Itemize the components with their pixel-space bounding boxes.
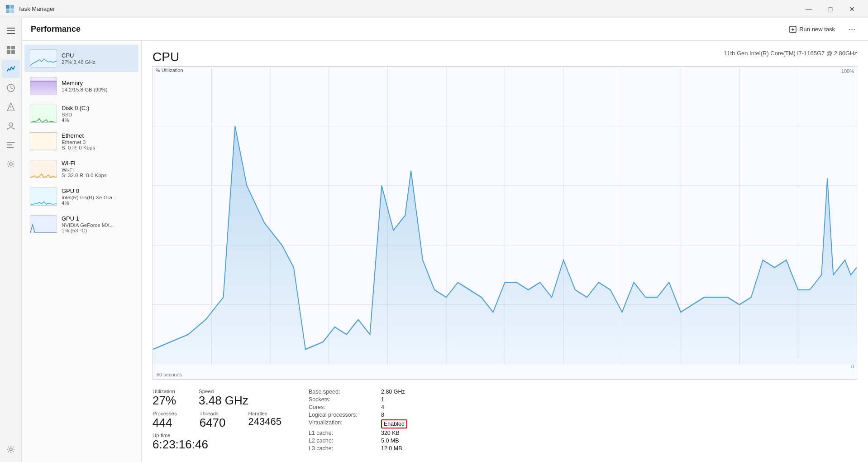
run-new-task-label: Run new task — [799, 26, 835, 33]
disk-thumb-chart — [30, 105, 57, 123]
gpu0-thumbnail — [30, 188, 57, 206]
memory-thumbnail — [30, 77, 57, 95]
ethernet-info: Ethernet Ethernet 3S: 0 R: 0 Kbps — [62, 132, 133, 150]
sidebar-nav-settings[interactable] — [2, 440, 20, 458]
stats-left: Utilization 27% Speed 3.48 GHz Processes — [153, 389, 281, 453]
minimize-button[interactable]: — — [798, 2, 819, 16]
disk-thumbnail — [30, 105, 57, 123]
main-panel: CPU 11th Gen Intel(R) Core(TM) i7-1165G7… — [142, 41, 868, 462]
stat-threads: Threads 6470 — [200, 411, 226, 429]
l1-value: 320 KB — [381, 430, 400, 436]
stat-handles: Handles 243465 — [248, 411, 281, 429]
window-title: Task Manager — [18, 5, 798, 12]
svg-line-13 — [11, 88, 13, 89]
base-speed-label: Base speed: — [309, 389, 381, 395]
logical-label: Logical processors: — [309, 412, 381, 418]
run-new-task-button[interactable]: Run new task — [785, 23, 839, 36]
threads-label: Threads — [200, 411, 226, 416]
handles-label: Handles — [248, 411, 281, 416]
stat-utilization: Utilization 27% — [153, 389, 176, 407]
base-speed-row: Base speed: 2.80 GHz — [309, 389, 857, 395]
svg-rect-19 — [7, 144, 12, 145]
processes-value: 444 — [153, 416, 177, 429]
sidebar-item-disk[interactable]: Disk 0 (C:) SSDSSD 4%4% — [24, 100, 138, 127]
l2-cache-row: L2 cache: 5.0 MB — [309, 438, 857, 444]
stat-speed: Speed 3.48 GHz — [199, 389, 248, 407]
close-button[interactable]: ✕ — [842, 2, 863, 16]
sidebar-nav-menu[interactable] — [2, 22, 20, 40]
stat-processes: Processes 444 — [153, 411, 177, 429]
handles-value: 243465 — [248, 416, 281, 427]
svg-rect-5 — [7, 30, 15, 31]
svg-rect-6 — [7, 33, 15, 34]
sidebar-item-ethernet[interactable]: Ethernet Ethernet 3S: 0 R: 0 Kbps — [24, 128, 138, 155]
sidebar-item-gpu1[interactable]: GPU 1 NVIDIA GeForce MX...1% (53 °C) — [24, 211, 138, 238]
stat-group-utilization-speed: Utilization 27% Speed 3.48 GHz — [153, 389, 281, 407]
svg-rect-2 — [6, 10, 10, 13]
run-task-icon — [789, 26, 796, 33]
disk-info: Disk 0 (C:) SSDSSD 4%4% — [62, 105, 133, 123]
cpu-chart: % Utilization 100% 60 seconds 0 — [153, 66, 857, 380]
logical-processors-row: Logical processors: 8 — [309, 412, 857, 418]
stat-group-uptime: Up time 6:23:16:46 — [153, 433, 281, 451]
sidebar-nav-performance[interactable] — [2, 60, 20, 78]
memory-thumb-chart — [30, 77, 57, 95]
l3-label: L3 cache: — [309, 445, 381, 452]
l3-value: 12.0 MB — [381, 445, 402, 452]
sidebar-item-cpu[interactable]: CPU 27% 3.48 GHz — [24, 45, 138, 72]
svg-rect-7 — [7, 46, 10, 49]
cpu-chart-svg — [153, 67, 857, 379]
ethernet-sub: Ethernet 3S: 0 R: 0 Kbps — [62, 140, 133, 150]
svg-rect-20 — [7, 147, 14, 148]
sidebar-nav-processes[interactable] — [2, 41, 20, 59]
window-controls: — □ ✕ — [798, 2, 863, 16]
gpu0-info: GPU 0 Intel(R) Iris(R) Xe Gra...4% — [62, 188, 133, 206]
l2-value: 5.0 MB — [381, 438, 399, 444]
cpu-info: CPU 27% 3.48 GHz — [62, 52, 133, 65]
l3-cache-row: L3 cache: 12.0 MB — [309, 445, 857, 452]
cpu-model: 11th Gen Intel(R) Core(TM) i7-1165G7 @ 2… — [724, 50, 857, 57]
wifi-title: Wi-Fi — [62, 160, 133, 167]
sidebar-nav-users[interactable] — [2, 117, 20, 135]
uptime-value: 6:23:16:46 — [153, 438, 208, 451]
svg-point-21 — [10, 163, 12, 165]
threads-value: 6470 — [200, 416, 226, 429]
maximize-button[interactable]: □ — [820, 2, 841, 16]
header-actions: Run new task ··· — [785, 22, 859, 37]
gpu0-thumb-chart — [30, 188, 57, 206]
speed-value: 3.48 GHz — [199, 394, 248, 407]
ethernet-title: Ethernet — [62, 132, 133, 139]
processes-label: Processes — [153, 411, 177, 416]
sidebar-nav-history[interactable] — [2, 79, 20, 97]
more-options-button[interactable]: ··· — [845, 22, 859, 37]
virt-value: Enabled — [381, 419, 407, 428]
memory-sub: 14.2/15.8 GB (90%) — [62, 87, 133, 92]
wifi-info: Wi-Fi Wi-FiS: 32.0 R: 8.0 Kbps — [62, 160, 133, 178]
titlebar: Task Manager — □ ✕ — [0, 0, 868, 18]
sidebar-item-wifi[interactable]: Wi-Fi Wi-FiS: 32.0 R: 8.0 Kbps — [24, 155, 138, 183]
sidebar-nav-services[interactable] — [2, 155, 20, 173]
l1-label: L1 cache: — [309, 430, 381, 436]
stat-uptime: Up time 6:23:16:46 — [153, 433, 208, 451]
wifi-sub: Wi-FiS: 32.0 R: 8.0 Kbps — [62, 167, 133, 178]
wifi-thumb-chart — [30, 160, 57, 178]
icon-sidebar — [0, 18, 22, 462]
sidebar-item-memory[interactable]: Memory 14.2/15.8 GB (90%) — [24, 72, 138, 100]
sockets-value: 1 — [381, 396, 384, 403]
sidebar-nav-details[interactable] — [2, 136, 20, 154]
svg-point-22 — [10, 448, 12, 451]
disk-sub: SSDSSD 4%4% — [62, 112, 133, 123]
utilization-value: 27% — [153, 394, 176, 407]
gpu1-sub: NVIDIA GeForce MX...1% (53 °C) — [62, 222, 133, 233]
memory-title: Memory — [62, 80, 133, 87]
svg-rect-9 — [7, 50, 10, 54]
stats-area: Utilization 27% Speed 3.48 GHz Processes — [153, 387, 857, 453]
svg-rect-8 — [11, 46, 15, 49]
wifi-thumbnail — [30, 160, 57, 178]
svg-rect-4 — [7, 28, 15, 29]
cores-value: 4 — [381, 404, 384, 410]
sidebar-nav-startup[interactable] — [2, 98, 20, 116]
memory-info: Memory 14.2/15.8 GB (90%) — [62, 80, 133, 92]
sidebar-item-gpu0[interactable]: GPU 0 Intel(R) Iris(R) Xe Gra...4% — [24, 183, 138, 210]
svg-rect-1 — [10, 5, 14, 9]
